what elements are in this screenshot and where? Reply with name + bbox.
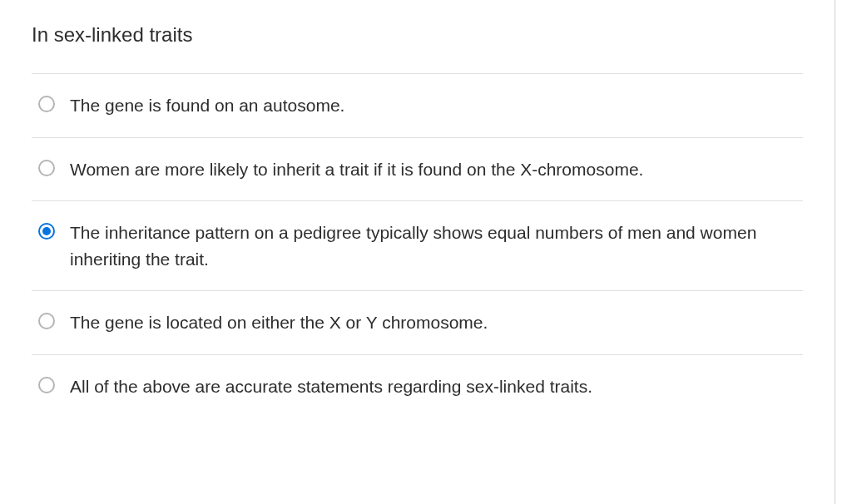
option-label: All of the above are accurate statements…	[70, 373, 803, 400]
option-row[interactable]: All of the above are accurate statements…	[32, 354, 803, 418]
radio-icon[interactable]	[38, 160, 55, 176]
option-row[interactable]: The inheritance pattern on a pedigree ty…	[32, 200, 803, 290]
option-label: The gene is located on either the X or Y…	[70, 309, 803, 336]
option-row[interactable]: The gene is located on either the X or Y…	[32, 290, 803, 354]
options-list: The gene is found on an autosome. Women …	[0, 73, 835, 418]
question-container: In sex-linked traits The gene is found o…	[0, 0, 835, 504]
radio-icon[interactable]	[38, 223, 55, 240]
radio-icon[interactable]	[38, 96, 55, 112]
option-label: Women are more likely to inherit a trait…	[70, 156, 803, 183]
option-label: The gene is found on an autosome.	[70, 92, 803, 119]
question-title: In sex-linked traits	[0, 0, 835, 73]
option-row[interactable]: The gene is found on an autosome.	[32, 73, 803, 137]
radio-icon[interactable]	[38, 313, 55, 329]
radio-icon[interactable]	[38, 377, 55, 393]
option-row[interactable]: Women are more likely to inherit a trait…	[32, 137, 803, 201]
option-label: The inheritance pattern on a pedigree ty…	[70, 220, 803, 272]
